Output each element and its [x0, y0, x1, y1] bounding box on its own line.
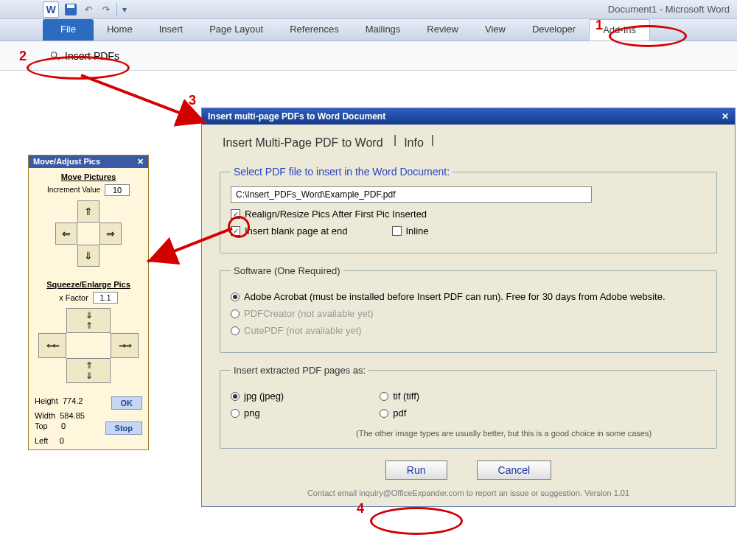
- dialog-title: Insert multi-page PDFs to Word Document: [208, 111, 385, 122]
- extract-note: (The other image types are usually bette…: [356, 429, 706, 438]
- ok-button[interactable]: OK: [111, 396, 143, 410]
- realign-checkbox[interactable]: ✓: [231, 209, 240, 219]
- quick-access-toolbar: ↶ ↷ ▾: [63, 2, 131, 17]
- move-up-button[interactable]: ⇑: [77, 200, 99, 223]
- move-right-button[interactable]: ⇒: [99, 223, 122, 245]
- stat-height-label: Height: [35, 396, 58, 405]
- squeeze-arrows: ⇓⇑ ⇐⇐ ⇒⇒ ⇑⇓: [35, 308, 142, 383]
- ribbon-tabs: File Home Insert Page Layout References …: [0, 19, 737, 41]
- tab-separator-2: |: [431, 133, 434, 154]
- squeeze-horiz-in-button[interactable]: ⇒⇒: [111, 333, 139, 358]
- tab-review[interactable]: Review: [413, 19, 472, 41]
- svg-line-2: [81, 75, 206, 123]
- png-radio[interactable]: [231, 409, 240, 418]
- dialog-close-icon[interactable]: ✕: [722, 111, 729, 122]
- jpg-label: jpg (jpeg): [244, 391, 284, 402]
- panel-title: Move/Adjust Pics: [33, 157, 100, 167]
- squeeze-vert-in-button[interactable]: ⇓⇑: [66, 308, 111, 333]
- move-pictures-heading: Move Pictures: [35, 172, 142, 181]
- tab-home[interactable]: Home: [94, 19, 146, 41]
- xfactor-label: x Factor: [59, 293, 88, 302]
- magnifier-icon: [50, 51, 60, 61]
- insert-pdfs-button[interactable]: Insert PDFs: [43, 47, 127, 65]
- software-group: Software (One Required) Adobe Acrobat (m…: [220, 265, 717, 353]
- tab-file[interactable]: File: [43, 19, 94, 41]
- dialog-tab-info[interactable]: Info: [398, 133, 430, 154]
- inline-checkbox[interactable]: [392, 226, 402, 236]
- redo-icon[interactable]: ↷: [99, 3, 113, 16]
- stat-top-label: Top: [35, 421, 48, 430]
- dialog-tab-main[interactable]: Insert Multi-Page PDF to Word: [217, 133, 389, 154]
- tab-pagelayout[interactable]: Page Layout: [196, 19, 276, 41]
- increment-label: Increment Value: [47, 186, 100, 194]
- annotation-3-number: 3: [189, 93, 196, 108]
- increment-value-input[interactable]: 10: [105, 184, 130, 196]
- stat-height-value: 774.2: [63, 396, 83, 405]
- acrobat-label: Adobe Acrobat (must be installed before …: [244, 291, 666, 302]
- select-pdf-legend: Select PDF file to insert in the Word Do…: [231, 166, 453, 178]
- stat-top-value: 0: [61, 421, 66, 430]
- move-arrows: ⇑ ⇐ ⇒ ⇓: [35, 200, 142, 267]
- tab-view[interactable]: View: [472, 19, 519, 41]
- cutepdf-label: CutePDF (not available yet): [244, 325, 362, 336]
- cutepdf-radio: [231, 326, 240, 335]
- squeeze-horiz-out-button[interactable]: ⇐⇐: [38, 333, 66, 358]
- pic-stats: Height 774.2 OK Width 584.85 Top 0 Stop …: [29, 392, 148, 449]
- stop-button[interactable]: Stop: [105, 421, 142, 435]
- stat-left-value: 0: [60, 436, 64, 445]
- realign-label: Realign/Resize Pics After First Pic Inse…: [245, 209, 427, 220]
- run-button[interactable]: Run: [385, 461, 447, 480]
- save-icon[interactable]: [63, 3, 78, 16]
- move-left-button[interactable]: ⇐: [55, 223, 77, 245]
- insert-pdf-dialog: Insert multi-page PDFs to Word Document …: [201, 108, 736, 507]
- move-down-button[interactable]: ⇓: [77, 245, 99, 267]
- dialog-footer: Contact email inquiry@OfficeExpander.com…: [220, 484, 717, 499]
- panel-titlebar[interactable]: Move/Adjust Pics ✕: [29, 155, 148, 168]
- undo-icon[interactable]: ↶: [81, 3, 96, 16]
- select-pdf-group: Select PDF file to insert in the Word Do…: [220, 166, 717, 253]
- tab-references[interactable]: References: [276, 19, 352, 41]
- pdf-path-input[interactable]: C:\Insert_PDFs_Word\Example_PDF.pdf: [231, 186, 592, 203]
- annotation-arrow-2to3: [74, 68, 221, 134]
- acrobat-radio[interactable]: [231, 293, 240, 301]
- qat-dropdown-icon[interactable]: ▾: [116, 3, 131, 16]
- squeeze-vert-out-button[interactable]: ⇑⇓: [66, 358, 111, 383]
- close-icon[interactable]: ✕: [137, 157, 144, 167]
- pdfcreator-label: PDFCreator (not available yet): [244, 308, 374, 319]
- stat-width-label: Width: [35, 411, 55, 420]
- jpg-radio[interactable]: [231, 392, 240, 401]
- tab-mailings[interactable]: Mailings: [352, 19, 414, 41]
- blankpage-label: Insert blank page at end: [245, 225, 348, 237]
- move-adjust-pics-panel: Move/Adjust Pics ✕ Move Pictures Increme…: [28, 155, 149, 450]
- pdf-radio[interactable]: [380, 409, 388, 418]
- insert-pdfs-label: Insert PDFs: [65, 50, 119, 62]
- ribbon-body: Insert PDFs: [0, 41, 737, 71]
- pdf-label: pdf: [393, 407, 406, 419]
- tif-label: tif (tiff): [393, 391, 419, 402]
- inline-label: Inline: [406, 225, 429, 237]
- window-title: Document1 - Microsoft Word: [608, 4, 730, 15]
- svg-line-1: [56, 56, 59, 59]
- svg-point-0: [52, 52, 57, 57]
- png-label: png: [244, 407, 260, 419]
- tab-separator: |: [391, 133, 397, 154]
- stat-width-value: 584.85: [60, 411, 85, 420]
- dialog-titlebar[interactable]: Insert multi-page PDFs to Word Document …: [202, 108, 735, 125]
- word-app-icon: W: [43, 1, 59, 18]
- annotation-4-circle: [370, 507, 463, 535]
- software-legend: Software (One Required): [231, 265, 343, 276]
- tab-insert[interactable]: Insert: [146, 19, 197, 41]
- cancel-button[interactable]: Cancel: [477, 461, 552, 480]
- tab-addins[interactable]: Add-Ins: [589, 19, 650, 41]
- dialog-tabs: Insert Multi-Page PDF to Word | Info |: [202, 125, 735, 154]
- tif-radio[interactable]: [380, 392, 388, 401]
- xfactor-input[interactable]: 1.1: [93, 292, 118, 304]
- blankpage-checkbox[interactable]: ✓: [231, 226, 240, 236]
- extract-legend: Insert extracted PDF pages as:: [231, 365, 368, 376]
- stat-left-label: Left: [35, 436, 48, 445]
- squeeze-enlarge-heading: Squeeze/Enlarge Pics: [35, 280, 142, 289]
- extract-format-group: Insert extracted PDF pages as: jpg (jpeg…: [220, 365, 717, 449]
- tab-developer[interactable]: Developer: [519, 19, 589, 41]
- pdfcreator-radio: [231, 309, 240, 318]
